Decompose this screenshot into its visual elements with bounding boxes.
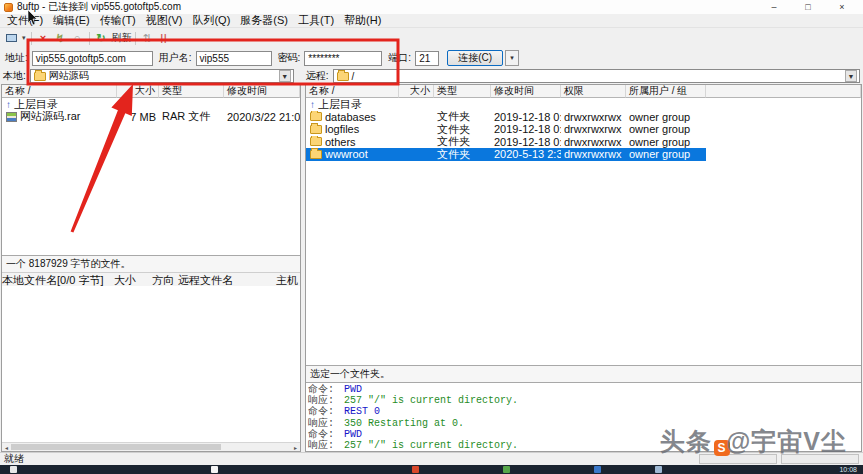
file-name: others (325, 136, 356, 148)
folder-icon (310, 125, 322, 134)
column-modified[interactable]: 修改时间 (224, 85, 300, 98)
folder-icon (310, 150, 322, 159)
file-type: 文件夹 (434, 136, 491, 149)
path-bar: 本地: 网站源码 ▼ 远程: / ▼ (0, 68, 863, 84)
log-label: 响应: (308, 440, 344, 451)
column-owner-group[interactable]: 所属用户 / 组 (626, 85, 706, 98)
list-item[interactable]: logfiles 文件夹 2019-12-18 0:2... drwxrwxrw… (306, 123, 861, 136)
taskbar-icon[interactable] (211, 466, 218, 473)
taskbar-clock: 10:08 (839, 465, 863, 473)
connection-bar: 地址: vip555.gotoftp5.com 用户名: vip555 密码: … (0, 48, 863, 68)
refresh-icon[interactable]: ↻ (93, 30, 110, 46)
ready-status: 就绪 (0, 452, 699, 466)
port-input[interactable]: 21 (415, 51, 439, 66)
address-label: 地址: (5, 51, 28, 65)
column-direction[interactable]: 方向 (152, 273, 178, 286)
column-local-filename[interactable]: 本地文件名[0/0 字节] (2, 273, 114, 286)
username-input[interactable]: vip555 (196, 51, 272, 66)
windows-taskbar: 10:08 (0, 465, 863, 474)
column-name[interactable]: 名称 / (2, 85, 117, 98)
column-modified[interactable]: 修改时间 (491, 85, 561, 98)
file-name: 上层目录 (14, 98, 58, 111)
stop-icon[interactable]: ○ (69, 30, 86, 46)
menu-server[interactable]: 服务器(S) (235, 13, 293, 28)
port-label: 端口: (388, 51, 411, 65)
scroll-right-icon[interactable]: ▸ (291, 444, 300, 451)
local-path-dropdown-icon[interactable]: ▼ (279, 70, 291, 82)
remote-path-value: / (352, 71, 355, 82)
remote-path-combobox[interactable]: / ▼ (333, 69, 860, 83)
column-permissions[interactable]: 权限 (561, 85, 626, 98)
up-directory-icon: ↑ (6, 99, 11, 110)
pause-icon[interactable]: || (156, 30, 173, 46)
log-label: 命令: (308, 429, 344, 440)
connect-icon[interactable] (3, 30, 20, 46)
log-response: 257 "/" is current directory. (344, 440, 518, 451)
file-name: 上层目录 (318, 98, 362, 111)
maximize-button[interactable]: □ (791, 2, 825, 12)
column-size[interactable]: 大小 (117, 85, 159, 98)
file-permissions: drwxrwxrwx (561, 111, 626, 124)
transfer-icon[interactable]: ⇅ (139, 30, 156, 46)
disconnect-icon[interactable]: × (35, 30, 52, 46)
menu-edit[interactable]: 编辑(E) (48, 13, 95, 28)
list-item[interactable]: ↑上层目录 (2, 98, 300, 111)
taskbar-icon[interactable] (412, 466, 419, 473)
list-item[interactable]: ↑上层目录 (306, 98, 861, 111)
column-queue-size[interactable]: 大小 (114, 273, 152, 286)
column-spacer (706, 85, 861, 98)
close-button[interactable]: × (825, 2, 859, 12)
status-panel (699, 454, 777, 464)
file-owner: owner group (626, 111, 706, 124)
connect-options-dropdown-icon[interactable]: ▾ (505, 50, 519, 66)
menu-tools[interactable]: 工具(T) (293, 13, 339, 28)
column-type[interactable]: 类型 (159, 85, 224, 98)
file-type: RAR 文件 (159, 111, 224, 124)
list-item[interactable]: others 文件夹 2019-12-18 0:2... drwxrwxrwx … (306, 136, 861, 149)
local-column-header: 名称 / 大小 类型 修改时间 (2, 85, 300, 98)
list-item[interactable]: 网站源码.rar 7 MB RAR 文件 2020/3/22 21:04 (2, 111, 300, 124)
column-remote-filename[interactable]: 远程文件名 (178, 273, 276, 286)
file-size (117, 98, 159, 111)
log-label: 命令: (308, 384, 344, 395)
taskbar-icon[interactable] (594, 466, 601, 473)
file-modified: 2020-5-13 2:33 (491, 148, 561, 161)
menu-file[interactable]: 文件(F) (2, 13, 48, 28)
file-size (399, 98, 434, 111)
start-button[interactable] (10, 466, 17, 473)
menu-transfer[interactable]: 传输(T) (95, 13, 141, 28)
column-size[interactable]: 大小 (399, 85, 434, 98)
ftp-log: 命令:PWD 响应:257 "/" is current directory. … (306, 382, 861, 451)
list-item-selected[interactable]: wwwroot 文件夹 2020-5-13 2:33 drwxrwxrwx ow… (306, 148, 706, 161)
toolbar-separator (31, 32, 32, 45)
file-size (399, 136, 434, 149)
refresh-label[interactable]: 刷新 (112, 31, 132, 45)
menu-view[interactable]: 视图(V) (141, 13, 188, 28)
ftp-client-window: 8uftp - 已连接到 vip555.gotoftp5.com – □ × 文… (0, 0, 863, 474)
minimize-button[interactable]: – (757, 2, 791, 12)
queue-column-header: 本地文件名[0/0 字节] 大小 方向 远程文件名 主机 (2, 272, 300, 286)
file-size: 7 MB (117, 111, 159, 124)
menubar: 文件(F) 编辑(E) 传输(T) 视图(V) 队列(Q) 服务器(S) 工具(… (0, 14, 863, 28)
connect-dropdown-icon[interactable]: ▾ (20, 34, 28, 42)
horizontal-scrollbar[interactable]: ◂ ▸ (2, 442, 300, 451)
remote-path-dropdown-icon[interactable]: ▼ (845, 70, 857, 82)
taskbar-icon[interactable] (503, 466, 510, 473)
local-path-combobox[interactable]: 网站源码 ▼ (30, 69, 294, 83)
column-host[interactable]: 主机 (276, 273, 300, 286)
menu-queue[interactable]: 队列(Q) (187, 13, 235, 28)
folder-icon (310, 112, 322, 121)
list-item[interactable]: databases 文件夹 2019-12-18 0:2... drwxrwxr… (306, 111, 861, 124)
scroll-left-icon[interactable]: ◂ (2, 444, 11, 451)
status-bar: 就绪 (0, 452, 863, 465)
file-modified: 2019-12-18 0:2... (491, 136, 561, 149)
column-name[interactable]: 名称 / (306, 85, 399, 98)
connect-button[interactable]: 连接(C) (447, 50, 503, 66)
address-input[interactable]: vip555.gotoftp5.com (32, 51, 153, 66)
column-type[interactable]: 类型 (434, 85, 491, 98)
scrollbar-thumb[interactable] (11, 444, 221, 450)
password-input[interactable]: ******** (304, 51, 382, 66)
menu-help[interactable]: 帮助(H) (339, 13, 386, 28)
taskbar-icon-active[interactable] (655, 466, 662, 473)
reconnect-icon[interactable]: ↯ (52, 30, 69, 46)
